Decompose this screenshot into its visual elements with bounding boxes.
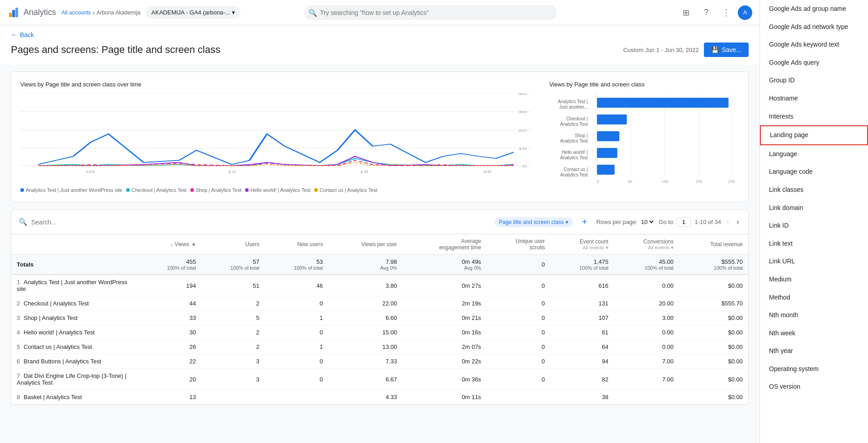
sidebar-item[interactable]: Nth month [760, 306, 868, 324]
goto-label: Go to: [659, 219, 675, 225]
sidebar-item[interactable]: Nth year [760, 342, 868, 360]
row-vpu: 4.33 [328, 390, 402, 405]
row-events: 64 [550, 340, 613, 354]
sidebar-item[interactable]: Google Ads keyword text [760, 36, 868, 54]
row-scrolls: 0 [486, 296, 550, 311]
apps-icon[interactable]: ⊞ [678, 5, 694, 21]
row-vpu: 7.33 [328, 354, 402, 369]
row-views: 13 [138, 390, 201, 405]
sidebar-item[interactable]: Link ID [760, 217, 868, 235]
sidebar-item[interactable]: Google Ads ad group name [760, 0, 868, 18]
col-header-conversions[interactable]: ConversionsAll events ▾ [614, 234, 679, 255]
col-header-users[interactable]: Users [201, 234, 264, 255]
dimension-chip[interactable]: Page title and screen class ▾ [495, 217, 573, 227]
col-header-events[interactable]: Event countAll events ▾ [550, 234, 613, 255]
row-views: 30 [138, 325, 201, 340]
search-input[interactable] [304, 5, 557, 20]
content-area: Views by Page title and screen class ove… [0, 64, 760, 443]
goto: Go to: 1 [659, 217, 691, 227]
row-users [201, 390, 264, 405]
sidebar-item[interactable]: Landing page [760, 125, 868, 145]
table-row: 4Hello world! | Analytics Test 30 2 0 15… [11, 325, 748, 340]
table-search-input[interactable] [31, 219, 122, 226]
sidebar-item[interactable]: Medium [760, 271, 868, 289]
add-dimension-button[interactable]: + [578, 216, 591, 229]
data-table: ↓ Views ▼ Users New users Views per user… [11, 234, 748, 405]
row-revenue: $0.00 [679, 325, 748, 340]
save-button[interactable]: 💾 Save... [704, 43, 749, 57]
sidebar-item[interactable]: Group ID [760, 71, 868, 90]
sidebar-item[interactable]: OS version [760, 378, 868, 396]
sidebar-item[interactable]: Link classes [760, 181, 868, 199]
table-row: 3Shop | Analytics Test 33 5 1 6.60 0m 21… [11, 311, 748, 325]
row-revenue: $555.70 [679, 296, 748, 311]
page-header: Pages and screens: Page title and screen… [0, 41, 760, 64]
row-users: 3 [201, 369, 264, 390]
col-header-dimension [11, 234, 138, 255]
row-events: 38 [550, 390, 613, 405]
col-header-engagement[interactable]: Averageengagement time [402, 234, 486, 255]
col-header-new-users[interactable]: New users [265, 234, 328, 255]
back-bar: ← Back [0, 25, 760, 41]
account-selector[interactable]: AKADEMIJA - GA4 (arbona-... ▾ [146, 6, 241, 19]
totals-events: 1,475100% of total [550, 255, 613, 275]
topbar: Analytics All accounts › Arbona Akademij… [0, 0, 760, 25]
svg-text:20: 20 [518, 128, 527, 132]
rows-per-page-select[interactable]: 10 25 50 [639, 218, 655, 226]
row-new-users: 0 [265, 369, 328, 390]
sidebar-item[interactable]: Link text [760, 235, 868, 253]
sidebar-item[interactable]: Google Ads query [760, 54, 868, 72]
row-conversions: 0.00 [614, 325, 679, 340]
sidebar-item[interactable]: Nth week [760, 324, 868, 343]
sidebar-item[interactable]: Link URL [760, 252, 868, 271]
totals-scrolls: 0 [486, 255, 550, 275]
svg-rect-27 [597, 165, 615, 175]
svg-text:100: 100 [662, 179, 669, 184]
help-icon[interactable]: ? [698, 5, 714, 21]
col-header-views[interactable]: ↓ Views ▼ [138, 234, 201, 255]
svg-text:19: 19 [359, 170, 368, 174]
row-engagement: 0m 36s [402, 369, 486, 390]
goto-input[interactable]: 1 [676, 217, 691, 227]
header-right: Custom Jun 1 - Jun 30, 2022 💾 Save... [623, 43, 749, 57]
row-events: 131 [550, 296, 613, 311]
sidebar-item[interactable]: Google Ads ad network type [760, 18, 868, 36]
row-users: 51 [201, 275, 264, 296]
row-scrolls [486, 390, 550, 405]
row-conversions: 0.00 [614, 340, 679, 354]
sidebar-item[interactable]: Language code [760, 163, 868, 181]
sidebar-item[interactable]: Language [760, 145, 868, 163]
svg-rect-1 [12, 10, 15, 17]
app-title: Analytics [24, 8, 56, 17]
table-search-icon: 🔍 [19, 218, 28, 226]
svg-rect-23 [597, 98, 729, 108]
col-header-revenue[interactable]: Total revenue [679, 234, 748, 255]
row-revenue: $0.00 [679, 390, 748, 405]
row-vpu: 6.67 [328, 369, 402, 390]
col-header-vpu[interactable]: Views per user [328, 234, 402, 255]
breadcrumb: All accounts › Arbona Akademija [61, 9, 141, 16]
row-scrolls: 0 [486, 340, 550, 354]
legend-dot-purple [245, 188, 249, 192]
table-section: 🔍 Page title and screen class ▾ + Rows p… [11, 210, 749, 405]
bar-chart: Analytics Test |Just another... Checkout… [549, 93, 739, 184]
sidebar-item[interactable]: Operating system [760, 360, 868, 378]
avatar[interactable]: A [738, 5, 752, 20]
sidebar-item[interactable]: Hostname [760, 90, 868, 108]
more-icon[interactable]: ⋮ [718, 5, 734, 21]
prev-page-button[interactable]: ‹ [725, 215, 731, 229]
back-button[interactable]: ← Back [11, 31, 34, 39]
table-row: 8Basket | Analytics Test 13 4.33 0m 11s … [11, 390, 748, 405]
totals-users: 57100% of total [201, 255, 264, 275]
breadcrumb-all[interactable]: All accounts [61, 10, 91, 16]
legend-dot-pink [190, 188, 194, 192]
col-header-scrolls[interactable]: Unique userscrolls [486, 234, 550, 255]
sidebar-item[interactable]: Link domain [760, 199, 868, 217]
sidebar-item[interactable]: Interests [760, 108, 868, 126]
svg-text:50: 50 [628, 179, 632, 184]
row-vpu: 22.00 [328, 296, 402, 311]
dimension-label: Page title and screen class [499, 219, 564, 225]
sidebar-item[interactable]: Method [760, 289, 868, 307]
row-vpu: 15.00 [328, 325, 402, 340]
next-page-button[interactable]: › [735, 215, 741, 229]
